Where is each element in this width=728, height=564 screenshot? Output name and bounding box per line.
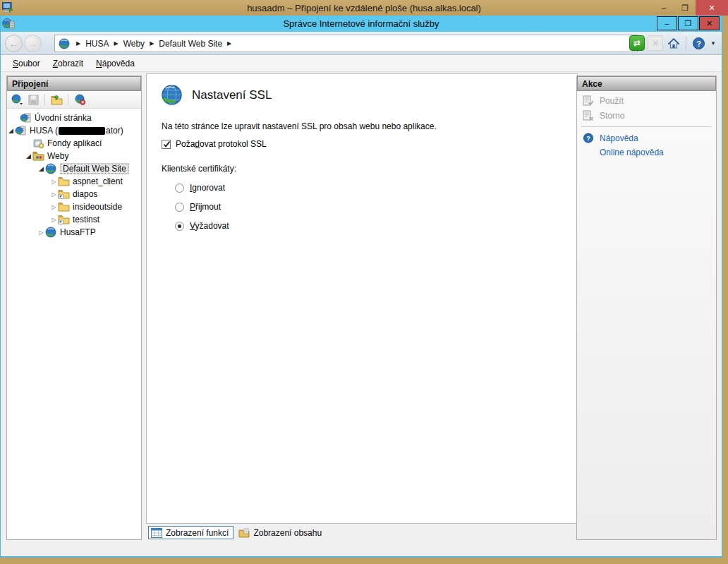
menu-soubor[interactable]: Soubor xyxy=(6,56,47,71)
tree-item-uvodni-stranka[interactable]: Úvodní stránka xyxy=(7,112,141,124)
stop-button[interactable]: ✕ xyxy=(648,35,663,51)
connect-to-button[interactable] xyxy=(49,93,63,107)
virtual-directory-icon xyxy=(58,188,70,200)
forward-button[interactable]: → xyxy=(24,35,42,52)
connections-panel: Připojení xyxy=(6,76,142,540)
menu-napoveda[interactable]: Nápověda xyxy=(90,56,141,71)
tree-item-husaftp[interactable]: ▷ HusaFTP xyxy=(7,226,141,239)
back-button[interactable]: ← xyxy=(5,35,23,52)
remote-desktop-screen: husaadm – Připojení ke vzdálené ploše (h… xyxy=(0,0,728,564)
tree-item-label: Fondy aplikací xyxy=(47,138,102,148)
help-icon: ? xyxy=(692,37,705,50)
tree-item-label: diapos xyxy=(73,189,97,199)
server-icon xyxy=(15,125,27,136)
online-help-link[interactable]: Online nápověda xyxy=(577,143,716,157)
app-maximize-button[interactable]: ❐ xyxy=(678,16,698,30)
tree-item-husa[interactable]: ◢ HUSA (ator) xyxy=(7,124,141,137)
app-minimize-button[interactable]: – xyxy=(657,16,677,30)
sites-folder-icon xyxy=(32,150,44,162)
home-button[interactable] xyxy=(666,35,681,51)
apply-button[interactable]: Použít xyxy=(577,91,716,106)
cancel-button[interactable]: Storno xyxy=(577,106,716,121)
expander-icon[interactable]: ▷ xyxy=(37,229,45,236)
page-description: Na této stránce lze upravit nastavení SS… xyxy=(147,106,577,131)
virtual-directory-icon xyxy=(58,214,70,225)
tree-item-label: testinst xyxy=(73,215,99,224)
svg-text:?: ? xyxy=(586,135,590,142)
breadcrumb[interactable]: ▶ HUSA ▶ Weby ▶ Default Web Site ▶ xyxy=(54,35,638,52)
breadcrumb-item-husa[interactable]: HUSA xyxy=(85,39,109,49)
remove-connection-button[interactable] xyxy=(73,93,87,107)
tree-item-label-selected: Default Web Site xyxy=(60,163,129,174)
actions-divider xyxy=(581,126,712,127)
breadcrumb-arrow-icon: ▶ xyxy=(76,40,80,47)
expander-icon[interactable]: ◢ xyxy=(7,127,15,134)
radio-accept[interactable] xyxy=(175,203,184,212)
tree-item-default-web-site[interactable]: ◢ Default Web Site xyxy=(7,162,141,175)
rdp-app-icon xyxy=(2,2,14,13)
tab-label: Zobrazení funkcí xyxy=(166,528,229,538)
ssl-settings-page: Nastavení SSL Na této stránce lze upravi… xyxy=(146,73,578,524)
refresh-button[interactable]: ⇄ xyxy=(629,35,645,51)
help-link[interactable]: ? Nápověda xyxy=(577,128,716,143)
rdp-close-button[interactable]: ✕ xyxy=(696,0,728,16)
radio-ignore-label: Ignorovat xyxy=(190,183,225,193)
iis-manager-window: Správce Internetové informační služby – … xyxy=(0,16,722,558)
tree-item-diapos[interactable]: ▷ diapos xyxy=(7,188,141,200)
apply-label: Použít xyxy=(600,96,624,106)
tree-item-label: HUSA (ator) xyxy=(30,126,123,136)
help-button[interactable]: ? xyxy=(691,35,706,51)
tab-features-view[interactable]: Zobrazení funkcí xyxy=(148,526,233,539)
tree-item-label: insideoutside xyxy=(73,202,122,212)
folder-icon xyxy=(58,176,70,187)
radio-ignore[interactable] xyxy=(175,184,184,193)
expander-icon[interactable]: ◢ xyxy=(37,165,45,172)
breadcrumb-arrow-icon[interactable]: ▶ xyxy=(114,40,119,47)
rdp-minimize-button[interactable]: – xyxy=(653,0,674,16)
client-certificates-label: Klientské certifikáty: xyxy=(147,149,577,174)
globe-icon xyxy=(59,38,70,49)
cancel-icon xyxy=(583,110,594,121)
connections-header: Připojení xyxy=(7,76,141,91)
create-connection-button[interactable] xyxy=(10,93,24,107)
feature-panel: Nastavení SSL Na této stránce lze upravi… xyxy=(146,73,579,541)
view-tab-bar: Zobrazení funkcí Zobrazení obsahu xyxy=(146,524,578,541)
breadcrumb-item-weby[interactable]: Weby xyxy=(123,39,145,49)
rdp-title: husaadm – Připojení ke vzdálené ploše (h… xyxy=(0,3,728,13)
expander-icon[interactable]: ▷ xyxy=(50,179,58,185)
redacted-text xyxy=(59,127,105,135)
help-circle-icon: ? xyxy=(583,133,594,143)
help-dropdown-caret-icon[interactable]: ▼ xyxy=(710,40,716,47)
iis-app-icon xyxy=(2,18,15,30)
tab-label: Zobrazení obsahu xyxy=(253,528,322,538)
connections-toolbar xyxy=(7,91,141,109)
breadcrumb-arrow-icon[interactable]: ▶ xyxy=(150,40,154,47)
cancel-label: Storno xyxy=(600,111,624,121)
breadcrumb-arrow-icon[interactable]: ▶ xyxy=(227,40,231,47)
breadcrumb-item-default-web-site[interactable]: Default Web Site xyxy=(159,39,222,49)
checkmark-icon xyxy=(162,140,171,149)
tab-content-view[interactable]: Zobrazení obsahu xyxy=(236,526,326,539)
require-ssl-checkbox[interactable] xyxy=(162,140,171,149)
save-connections-button[interactable] xyxy=(26,93,40,107)
apply-icon xyxy=(583,95,594,106)
tree-item-aspnet-client[interactable]: ▷ aspnet_client xyxy=(7,175,141,188)
radio-require[interactable] xyxy=(175,222,184,231)
radio-require-label: Vyžadovat xyxy=(190,221,229,231)
app-close-button[interactable]: ✕ xyxy=(699,16,720,30)
tree-item-insideoutside[interactable]: ▷ insideoutside xyxy=(7,200,141,213)
workspace: Připojení xyxy=(1,73,722,541)
ssl-feature-globe-icon xyxy=(161,84,183,106)
expander-icon[interactable]: ▷ xyxy=(50,191,58,198)
menu-zobrazit[interactable]: Zobrazit xyxy=(47,56,90,71)
tree-item-fondy-aplikaci[interactable]: Fondy aplikací xyxy=(7,137,141,150)
tree-item-label: aspnet_client xyxy=(73,176,123,186)
tree-item-testinst[interactable]: ▷ testinst xyxy=(7,213,141,226)
svg-text:?: ? xyxy=(696,39,701,47)
expander-icon[interactable]: ◢ xyxy=(25,152,32,160)
expander-icon[interactable]: ▷ xyxy=(50,204,58,210)
expander-icon[interactable]: ▷ xyxy=(50,217,58,223)
radio-accept-label: Přijmout xyxy=(190,202,221,212)
rdp-maximize-button[interactable]: ❐ xyxy=(674,0,696,16)
tree-item-weby[interactable]: ◢ Weby xyxy=(7,150,141,162)
